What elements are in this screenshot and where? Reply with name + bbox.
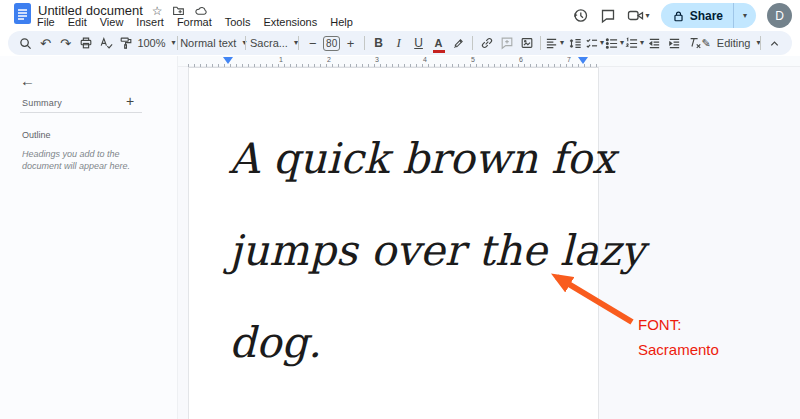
spellcheck-icon[interactable] xyxy=(96,33,115,53)
document-page[interactable]: A quick brown foxjumps over the lazydog. xyxy=(188,67,599,419)
checklist-select[interactable]: ▾ xyxy=(585,33,604,53)
divider xyxy=(760,36,761,50)
chevron-down-icon: ▾ xyxy=(600,39,604,47)
chevron-down-icon: ▾ xyxy=(743,12,747,20)
mode-value: Editing xyxy=(713,37,755,49)
bulleted-list-select[interactable]: ▾ xyxy=(605,33,624,53)
share-button: Share ▾ xyxy=(661,3,756,28)
font-size-input[interactable]: 80 xyxy=(323,36,340,51)
menu-item[interactable]: Format xyxy=(177,16,212,28)
decrease-font-size-button[interactable]: − xyxy=(303,33,322,53)
star-icon[interactable]: ☆ xyxy=(152,5,163,17)
meet-button[interactable]: ▾ xyxy=(627,8,650,23)
add-comment-icon[interactable] xyxy=(497,33,516,53)
font-annotation: FONT: Sacramento xyxy=(638,312,719,362)
chevron-down-icon: ▾ xyxy=(560,39,564,47)
outline-sidebar: ← Summary + Outline Headings you add to … xyxy=(0,56,178,419)
docs-logo-icon[interactable] xyxy=(14,3,31,25)
document-line[interactable]: jumps over the lazy xyxy=(229,205,644,297)
insert-link-icon[interactable] xyxy=(477,33,496,53)
font-annotation-line1: FONT: xyxy=(638,312,719,337)
close-outline-icon[interactable]: ← xyxy=(20,72,35,89)
header: Untitled document ☆ FileEditViewInsertFo… xyxy=(0,0,800,30)
highlight-color-icon[interactable] xyxy=(449,33,468,53)
font-value: Sacra... xyxy=(246,37,292,49)
outline-label: Outline xyxy=(22,130,51,140)
numbered-list-icon xyxy=(625,37,638,50)
font-select[interactable]: Sacra... ▾ xyxy=(250,33,295,53)
paint-format-icon[interactable] xyxy=(116,33,135,53)
divider xyxy=(364,36,365,50)
ruler: 1234567 xyxy=(178,56,800,67)
redo-icon[interactable]: ↷ xyxy=(56,33,75,53)
ruler-number: 1 xyxy=(279,56,283,63)
ruler-number: 3 xyxy=(375,56,379,63)
menu-item[interactable]: File xyxy=(37,16,55,28)
underline-button[interactable]: U xyxy=(409,33,428,53)
summary-label: Summary xyxy=(22,98,62,108)
share-label: Share xyxy=(690,9,723,23)
divider xyxy=(472,36,473,50)
ruler-ticks xyxy=(188,56,599,67)
left-indent-marker[interactable] xyxy=(223,57,233,64)
zoom-select[interactable]: 100% ▾ xyxy=(136,33,173,53)
align-select[interactable]: ▾ xyxy=(545,33,564,53)
menu-item[interactable]: Extensions xyxy=(263,16,317,28)
version-history-icon[interactable] xyxy=(572,7,589,24)
checklist-icon xyxy=(585,37,598,50)
hide-menus-icon[interactable] xyxy=(765,33,784,53)
menu-bar: FileEditViewInsertFormatToolsExtensionsH… xyxy=(37,16,353,28)
lock-icon xyxy=(673,10,684,22)
google-docs-window: Untitled document ☆ FileEditViewInsertFo… xyxy=(0,0,800,419)
menu-item[interactable]: Insert xyxy=(136,16,164,28)
share-main[interactable]: Share xyxy=(661,3,733,28)
add-summary-button[interactable]: + xyxy=(126,93,134,109)
line-spacing-icon[interactable] xyxy=(565,33,584,53)
avatar[interactable]: D xyxy=(767,3,792,28)
undo-icon[interactable]: ↶ xyxy=(36,33,55,53)
insert-image-icon[interactable] xyxy=(517,33,536,53)
ruler-number: 2 xyxy=(327,56,331,63)
ruler-number: 5 xyxy=(471,56,475,63)
font-annotation-line2: Sacramento xyxy=(638,337,719,362)
increase-font-size-button[interactable]: + xyxy=(341,33,360,53)
menu-item[interactable]: View xyxy=(100,16,124,28)
mode-select[interactable]: ✎ Editing ▾ xyxy=(706,33,756,53)
bold-button[interactable]: B xyxy=(369,33,388,53)
numbered-list-select[interactable]: ▾ xyxy=(625,33,644,53)
video-call-icon xyxy=(627,8,644,23)
chevron-down-icon: ▾ xyxy=(172,39,176,47)
divider xyxy=(540,36,541,50)
search-menus-icon[interactable] xyxy=(16,33,35,53)
header-right: ▾ Share ▾ D xyxy=(572,2,792,29)
text-color-button[interactable]: A xyxy=(429,33,448,53)
chevron-down-icon: ▾ xyxy=(646,12,650,20)
text-color-label: A xyxy=(435,38,443,49)
document-line[interactable]: dog. xyxy=(229,297,644,389)
paragraph-style-value: Normal text xyxy=(176,37,240,49)
decrease-indent-icon[interactable] xyxy=(645,33,664,53)
paragraph-style-select[interactable]: Normal text ▾ xyxy=(182,33,241,53)
increase-indent-icon[interactable] xyxy=(665,33,684,53)
ruler-number: 4 xyxy=(423,56,427,63)
print-icon[interactable] xyxy=(76,33,95,53)
right-indent-marker[interactable] xyxy=(578,57,588,64)
toolbar: ↶ ↷ 100% ▾ Normal text ▾ Sacra... ▾ − 80… xyxy=(8,31,792,55)
outline-hint: Headings you add to the document will ap… xyxy=(22,148,150,172)
italic-button[interactable]: I xyxy=(389,33,408,53)
chevron-down-icon: ▾ xyxy=(640,39,644,47)
divider xyxy=(298,36,299,50)
menu-item[interactable]: Edit xyxy=(68,16,87,28)
ruler-number: 6 xyxy=(519,56,523,63)
pencil-icon: ✎ xyxy=(702,38,711,49)
sidebar-divider xyxy=(20,112,142,113)
comments-icon[interactable] xyxy=(600,8,616,24)
document-text: A quick brown foxjumps over the lazydog. xyxy=(229,113,644,389)
menu-item[interactable]: Help xyxy=(330,16,353,28)
bulleted-list-icon xyxy=(605,37,618,50)
document-line[interactable]: A quick brown fox xyxy=(229,113,644,205)
document-canvas: A quick brown foxjumps over the lazydog. xyxy=(178,67,800,419)
align-left-icon xyxy=(545,37,558,50)
menu-item[interactable]: Tools xyxy=(225,16,251,28)
share-options-button[interactable]: ▾ xyxy=(733,3,756,28)
